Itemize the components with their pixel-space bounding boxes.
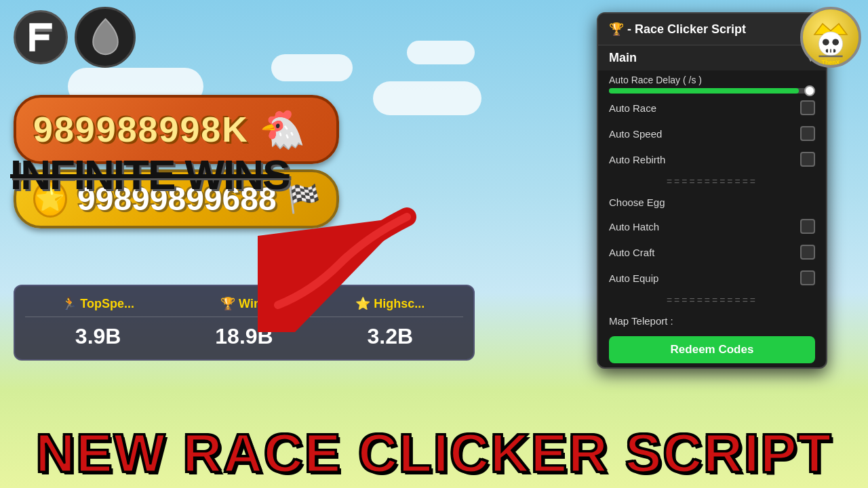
auto-craft-row: Auto Craft: [598, 239, 826, 265]
cloud-1: [271, 54, 353, 81]
svg-rect-7: [826, 49, 835, 53]
divider-2: ============: [598, 291, 826, 310]
logo-f: [14, 10, 68, 64]
col-header-topspeed: 🏃 TopSpe...: [25, 296, 171, 311]
auto-hatch-checkbox[interactable]: [800, 219, 815, 234]
choose-egg-row: Choose Egg: [598, 191, 826, 214]
svg-point-6: [832, 39, 839, 45]
svg-marker-1: [29, 23, 52, 31]
slider-fill: [609, 88, 799, 94]
auto-race-row: Auto Race: [598, 95, 826, 121]
svg-rect-8: [828, 48, 830, 54]
auto-rebirth-checkbox[interactable]: [800, 152, 815, 167]
auto-speed-checkbox[interactable]: [800, 126, 815, 141]
infinite-wins-label: INFINITE WINS: [10, 150, 289, 199]
panel-title-text: 🏆 - Race Clicker Script: [609, 22, 799, 37]
orange-score-text: 989988998K: [33, 109, 249, 150]
logo-drop: [75, 7, 136, 68]
auto-equip-row: Auto Equip: [598, 265, 826, 291]
auto-race-label: Auto Race: [609, 102, 656, 114]
auto-craft-checkbox[interactable]: [800, 245, 815, 260]
script-panel: 🏆 - Race Clicker Script ▼ Main ▼ Auto Ra…: [597, 12, 827, 369]
section-main-header[interactable]: Main ▼: [598, 45, 826, 70]
slider-thumb[interactable]: [804, 85, 815, 96]
auto-hatch-label: Auto Hatch: [609, 221, 659, 232]
stat-topspeed: 3.9B: [25, 324, 171, 349]
divider-1: ============: [598, 172, 826, 191]
auto-equip-checkbox[interactable]: [800, 270, 815, 285]
map-teleport-label: Map Teleport :: [609, 315, 673, 327]
auto-speed-row: Auto Speed: [598, 121, 826, 146]
auto-equip-label: Auto Equip: [609, 272, 658, 284]
section-main-title: Main: [609, 51, 637, 65]
avatar: ThenX: [800, 7, 861, 68]
redeem-codes-button[interactable]: Redeem Codes: [609, 336, 815, 363]
auto-race-delay-row: Auto Race Delay ( /s ): [598, 70, 826, 95]
avatar-illustration: ThenX: [804, 10, 858, 64]
chicken-icon: 🐔: [259, 106, 307, 153]
f-icon: [24, 20, 58, 54]
avatar-inner: ThenX: [803, 9, 859, 65]
panel-title-bar: 🏆 - Race Clicker Script ▼: [598, 14, 826, 45]
top-logos: [14, 7, 136, 68]
map-teleport-row: Map Teleport :: [598, 310, 826, 332]
svg-rect-9: [831, 48, 833, 54]
choose-egg-label: Choose Egg: [609, 197, 665, 208]
cloud-2: [373, 81, 481, 115]
slider-track[interactable]: [609, 88, 815, 94]
cloud-3: [407, 41, 475, 64]
svg-point-5: [823, 39, 829, 45]
bottom-title: NEW RACE CLICKER SCRIPT: [0, 422, 868, 485]
auto-rebirth-row: Auto Rebirth: [598, 146, 826, 172]
auto-craft-label: Auto Craft: [609, 247, 655, 258]
auto-race-delay-label: Auto Race Delay ( /s ): [609, 75, 815, 85]
svg-text:ThenX: ThenX: [822, 59, 840, 64]
auto-hatch-row: Auto Hatch: [598, 214, 826, 239]
drop-icon: [87, 16, 124, 60]
red-arrow: [258, 197, 448, 335]
auto-race-checkbox[interactable]: [800, 100, 815, 115]
auto-rebirth-label: Auto Rebirth: [609, 154, 665, 165]
auto-speed-label: Auto Speed: [609, 128, 662, 140]
